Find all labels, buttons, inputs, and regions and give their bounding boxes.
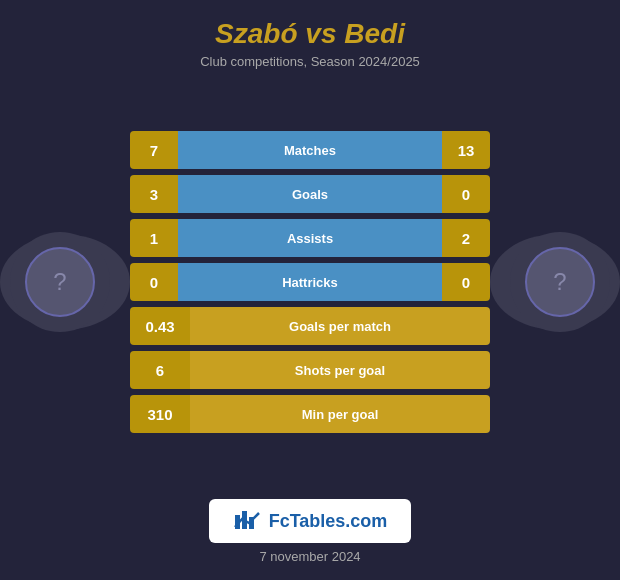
- stat-label-goals: Goals: [178, 175, 442, 213]
- date-text: 7 november 2024: [259, 549, 360, 564]
- stat-row-goals-per-match: 0.43Goals per match: [130, 307, 490, 345]
- main-container: Szabó vs Bedi Club competitions, Season …: [0, 0, 620, 580]
- player-avatar-left: ?: [10, 232, 110, 332]
- stat-left-hattricks: 0: [130, 263, 178, 301]
- avatar-left-inner: ?: [25, 247, 95, 317]
- stat-right-goals: 0: [442, 175, 490, 213]
- brand-section: FcTables.com: [209, 499, 412, 543]
- brand-text: FcTables.com: [269, 511, 388, 532]
- stat-left-assists: 1: [130, 219, 178, 257]
- page-title: Szabó vs Bedi: [200, 18, 420, 50]
- stat-label-shots-per-goal: Shots per goal: [190, 351, 490, 389]
- player-avatar-right: ?: [510, 232, 610, 332]
- stat-left-min-per-goal: 310: [130, 395, 190, 433]
- subtitle: Club competitions, Season 2024/2025: [200, 54, 420, 69]
- stat-left-goals-per-match: 0.43: [130, 307, 190, 345]
- stats-panel: 7Matches133Goals01Assists20Hattricks00.4…: [130, 131, 490, 433]
- stat-left-shots-per-goal: 6: [130, 351, 190, 389]
- stat-label-goals-per-match: Goals per match: [190, 307, 490, 345]
- brand-icon: [233, 507, 261, 535]
- stat-row-assists: 1Assists2: [130, 219, 490, 257]
- stat-right-hattricks: 0: [442, 263, 490, 301]
- stat-row-hattricks: 0Hattricks0: [130, 263, 490, 301]
- stat-row-matches: 7Matches13: [130, 131, 490, 169]
- stat-right-matches: 13: [442, 131, 490, 169]
- avatar-right-icon: ?: [553, 268, 566, 296]
- stat-row-min-per-goal: 310Min per goal: [130, 395, 490, 433]
- stat-label-hattricks: Hattricks: [178, 263, 442, 301]
- title-section: Szabó vs Bedi Club competitions, Season …: [180, 0, 440, 75]
- stat-row-shots-per-goal: 6Shots per goal: [130, 351, 490, 389]
- stat-label-matches: Matches: [178, 131, 442, 169]
- stat-label-assists: Assists: [178, 219, 442, 257]
- avatar-left-icon: ?: [53, 268, 66, 296]
- stat-left-matches: 7: [130, 131, 178, 169]
- comparison-area: ? 7Matches133Goals01Assists20Hattricks00…: [0, 75, 620, 489]
- stat-row-goals: 3Goals0: [130, 175, 490, 213]
- stat-label-min-per-goal: Min per goal: [190, 395, 490, 433]
- stat-left-goals: 3: [130, 175, 178, 213]
- stat-right-assists: 2: [442, 219, 490, 257]
- avatar-right-inner: ?: [525, 247, 595, 317]
